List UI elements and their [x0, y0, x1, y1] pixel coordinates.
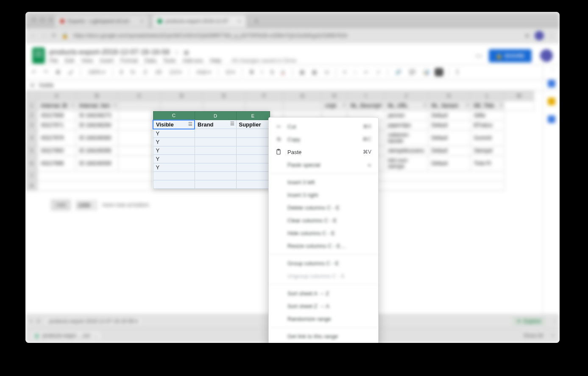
add-rows-button[interactable]: Add — [51, 199, 71, 210]
bold-icon[interactable]: B — [248, 68, 256, 76]
cell[interactable] — [195, 154, 236, 163]
menu-view[interactable]: View — [81, 57, 93, 64]
cell[interactable] — [236, 129, 270, 138]
menu-file[interactable]: File — [49, 57, 58, 64]
header-cell-visible[interactable]: Visible☰ — [153, 120, 195, 129]
menu-edit[interactable]: Edit — [65, 57, 74, 64]
comments-icon[interactable]: ▭ — [476, 52, 482, 59]
menu-item-clear-columns[interactable]: Clear columns C - E — [269, 214, 378, 227]
functions-icon[interactable]: Σ — [454, 68, 461, 76]
add-sheet-button[interactable]: + — [30, 318, 33, 324]
menu-item-delete-columns[interactable]: Delete columns C - E — [269, 201, 378, 214]
menu-item-randomize[interactable]: Randomize range — [269, 312, 378, 325]
rotate-icon[interactable]: ⤢ — [374, 68, 382, 76]
profile-avatar[interactable] — [535, 31, 544, 40]
more-formats[interactable]: 123 ▾ — [167, 68, 184, 76]
cell[interactable]: Y — [153, 137, 195, 146]
url-text[interactable]: https://docs.google.com/spreadsheets/d/1… — [73, 33, 520, 39]
dec-decrease-icon[interactable]: .0 — [140, 68, 149, 76]
share-button[interactable]: 🔒 SHARE — [489, 49, 532, 62]
menu-item-group-columns[interactable]: Group columns C - E — [269, 257, 378, 269]
undo-icon[interactable]: ↶ — [30, 68, 38, 76]
chart-icon[interactable]: 📊 — [421, 68, 432, 76]
cell[interactable]: Y — [153, 163, 195, 171]
chevron-down-icon[interactable]: ⌄ — [94, 333, 98, 339]
menu-item-insert-left[interactable]: Insert 3 left — [269, 176, 378, 188]
column-header-e[interactable]: E — [236, 112, 270, 120]
cell[interactable] — [195, 146, 236, 154]
show-all-downloads[interactable]: Show All — [524, 333, 543, 339]
strike-icon[interactable]: S̶ — [268, 68, 276, 76]
cell[interactable] — [236, 146, 270, 154]
traffic-light-close[interactable] — [31, 17, 36, 22]
menu-item-get-link[interactable]: Get link to this range — [269, 330, 378, 342]
keep-icon[interactable] — [548, 98, 555, 105]
close-icon[interactable]: × — [140, 18, 143, 24]
extension-icon[interactable]: ⊕ — [525, 32, 529, 39]
menu-data[interactable]: Data — [145, 57, 156, 64]
menu-item-define-named-range[interactable]: Define named range — [269, 342, 378, 343]
dec-increase-icon[interactable]: .00 — [152, 68, 164, 76]
folder-icon[interactable]: ▣ — [184, 49, 189, 56]
cell[interactable] — [236, 163, 270, 171]
menu-item-paste[interactable]: Paste ⌘V — [269, 146, 378, 158]
fill-color-icon[interactable]: ▦ — [298, 68, 307, 76]
paint-format-icon[interactable]: 🖌 — [66, 68, 75, 76]
traffic-light-max[interactable] — [48, 17, 53, 22]
window-controls[interactable] — [31, 17, 53, 22]
borders-icon[interactable]: ▦ — [310, 68, 319, 76]
cell[interactable] — [195, 171, 236, 180]
filter-icon[interactable]: ☰ — [230, 121, 234, 126]
nav-back-icon[interactable]: ← — [31, 32, 36, 39]
filter-icon[interactable]: ▼ — [435, 68, 443, 76]
nav-forward-icon[interactable]: → — [41, 32, 47, 39]
cell[interactable] — [236, 137, 270, 146]
cell[interactable]: Y — [153, 146, 195, 154]
calendar-icon[interactable] — [548, 80, 555, 87]
star-icon[interactable]: ☆ — [174, 49, 179, 56]
menu-item-copy[interactable]: ⧉ Copy ⌘C — [269, 133, 378, 146]
italic-icon[interactable]: I — [259, 68, 265, 76]
column-header-c[interactable]: C — [153, 112, 195, 120]
cell[interactable] — [195, 180, 236, 188]
menu-addons[interactable]: Add-ons — [183, 57, 203, 64]
menu-help[interactable]: Help — [210, 57, 221, 64]
all-sheets-button[interactable]: ≡ — [37, 318, 40, 324]
cell[interactable] — [236, 180, 270, 188]
formula-bar[interactable]: fx Visible — [25, 80, 560, 91]
merge-icon[interactable]: ⇲ — [322, 68, 331, 76]
wrap-icon[interactable]: ↵ — [362, 68, 371, 76]
cell[interactable] — [236, 171, 270, 180]
document-title[interactable]: products-export-2018-12-07-16-16-56 — [49, 48, 170, 56]
column-header-d[interactable]: D — [195, 112, 236, 120]
link-icon[interactable]: 🔗 — [393, 68, 404, 76]
menu-item-hide-columns[interactable]: Hide columns C - E — [269, 227, 378, 239]
cell[interactable] — [195, 163, 236, 171]
header-cell-supplier[interactable]: Supplier — [236, 120, 270, 129]
cell[interactable] — [195, 137, 236, 146]
close-icon[interactable]: × — [552, 333, 555, 339]
close-icon[interactable]: × — [238, 18, 241, 24]
reload-icon[interactable]: ⟳ — [52, 32, 56, 39]
browser-tab-1[interactable]: Exports - Lightspeed eCom × — [55, 15, 148, 28]
sheet-tab[interactable]: products-export-2018-12-07-16-16-56 ▾ — [44, 316, 142, 326]
cell[interactable] — [153, 171, 195, 180]
font-select[interactable]: Arial ▾ — [194, 68, 212, 76]
font-size[interactable]: 10 ▾ — [223, 68, 237, 76]
new-tab-button[interactable]: + — [250, 15, 262, 28]
menu-item-insert-right[interactable]: Insert 3 right — [269, 188, 378, 201]
zoom-select[interactable]: 100% ▾ — [86, 68, 107, 76]
download-item[interactable]: ▤ products-expor….csv ⌄ — [31, 331, 102, 341]
cell[interactable] — [195, 129, 236, 138]
cell[interactable] — [153, 180, 195, 188]
cell[interactable] — [236, 154, 270, 163]
menu-item-cut[interactable]: ✂ Cut ⌘X — [269, 120, 378, 133]
print-icon[interactable]: 🖶 — [53, 68, 63, 76]
menu-item-sort-az[interactable]: Sort sheet A → Z — [269, 287, 378, 300]
browser-tab-2[interactable]: products-export-2018-12-07 × — [153, 15, 246, 28]
menu-tools[interactable]: Tools — [163, 57, 176, 64]
tasks-icon[interactable] — [548, 115, 555, 123]
menu-format[interactable]: Format — [120, 57, 138, 64]
cell[interactable]: Y — [153, 154, 195, 163]
valign-icon[interactable]: ↕ — [352, 68, 359, 76]
